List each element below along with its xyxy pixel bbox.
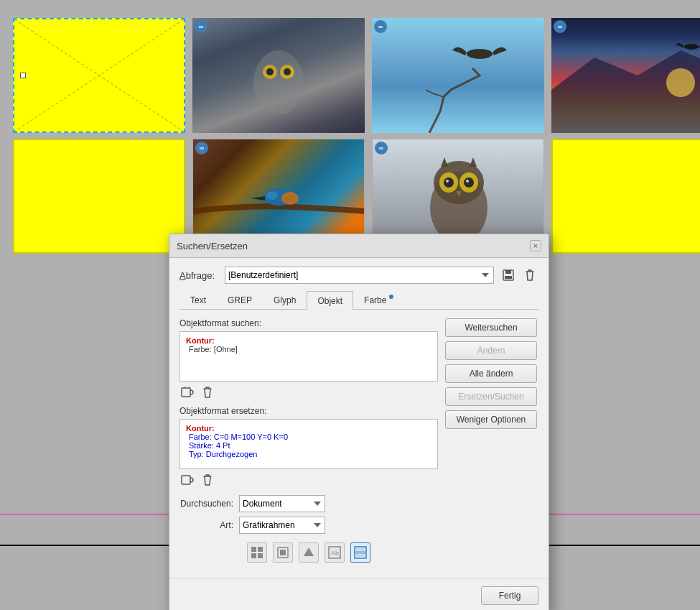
suchen-format-clear-button[interactable] — [200, 384, 215, 400]
svg-rect-22 — [505, 270, 511, 274]
ersetzen-format-clear-button[interactable] — [200, 472, 215, 488]
tab-farbe[interactable]: Farbe — [353, 291, 397, 309]
eagle-photo — [372, 18, 544, 133]
svg-rect-23 — [505, 276, 512, 279]
ersetzen-format-choose-button[interactable] — [179, 472, 195, 488]
owl-gray-photo — [192, 18, 365, 133]
weniger-optionen-button[interactable]: Weniger Optionen — [445, 410, 537, 429]
search-replace-dialog: Suchen/Ersetzen × Abfrage: [Benutzerdefi… — [169, 234, 549, 610]
dialog-titlebar: Suchen/Ersetzen × — [169, 234, 549, 258]
image-cell-5[interactable] — [13, 139, 185, 254]
abfrage-label: Abfrage: — [179, 270, 219, 281]
durchsuchen-select[interactable]: DokumentAuswahlGeschichte — [239, 495, 325, 512]
delete-query-button[interactable] — [521, 267, 538, 284]
tabs-row: Text GREP Glyph Objekt Farbe — [179, 291, 538, 310]
ersetzen-staerke-value: Stärke: 4 Pt — [186, 441, 431, 450]
art-select[interactable]: GrafikrahmenTextrahmenAlle Rahmen — [239, 517, 325, 534]
image-cell-2[interactable]: ∞ — [192, 18, 365, 133]
art-label: Art: — [179, 520, 233, 530]
bottom-icon-5[interactable] — [350, 542, 370, 563]
svg-point-7 — [467, 49, 493, 59]
ersetzen-label: Objektformat ersetzen: — [179, 406, 438, 416]
svg-point-5 — [266, 68, 274, 75]
ersetzen-typ-value: Typ: Durchgezogen — [186, 450, 431, 458]
svg-rect-37 — [355, 551, 366, 554]
tab-glyphe[interactable]: Glyph — [263, 291, 307, 309]
svg-rect-26 — [251, 547, 256, 552]
svg-point-2 — [253, 50, 304, 115]
image-cell-3[interactable]: ∞ — [372, 18, 544, 133]
suchen-format-box: Kontur: Farbe: [Ohne] — [179, 331, 438, 382]
bottom-icon-2[interactable] — [273, 542, 293, 563]
suchen-format-choose-button[interactable] — [179, 384, 195, 400]
suchen-kontur-title: Kontur: — [186, 336, 431, 345]
frame-handle[interactable] — [20, 73, 26, 78]
weitersuchen-button[interactable]: Weitersuchen — [445, 318, 537, 337]
tab-objekt[interactable]: Objekt — [307, 291, 353, 310]
save-query-button[interactable] — [500, 267, 517, 284]
svg-point-20 — [466, 180, 469, 182]
ersetzen-farbe-value: Farbe: C=0 M=100 Y=0 K=0 — [186, 433, 431, 441]
alle-aendern-button[interactable]: Alle ändern — [445, 364, 537, 383]
ersetzen-format-box: Kontur: Farbe: C=0 M=100 Y=0 K=0 Stärke:… — [179, 419, 438, 469]
bottom-icon-1[interactable] — [247, 542, 267, 563]
image-cell-4[interactable]: ∞ — [551, 18, 700, 133]
fertig-button[interactable]: Fertig — [481, 586, 538, 605]
sunset-photo — [551, 18, 700, 133]
link-icon-7: ∞ — [375, 142, 388, 154]
tab-text[interactable]: Text — [179, 291, 217, 309]
svg-rect-31 — [280, 550, 286, 555]
link-icon-4: ∞ — [554, 20, 566, 33]
ersetzen-kontur-title: Kontur: — [186, 424, 431, 433]
suchen-label: Objektformat suchen: — [179, 318, 438, 328]
svg-point-8 — [666, 68, 695, 97]
svg-marker-32 — [304, 547, 314, 556]
svg-text:Ab: Ab — [331, 550, 339, 557]
svg-rect-25 — [182, 476, 190, 484]
dialog-title: Suchen/Ersetzen — [177, 241, 248, 251]
bottom-icon-4[interactable]: Ab — [325, 542, 345, 563]
durchsuchen-label: Durchsuchen: — [179, 499, 233, 509]
suchen-farbe-value: Farbe: [Ohne] — [186, 345, 431, 353]
canvas-area: ∞ ∞ — [0, 0, 700, 610]
link-icon-6: ∞ — [195, 142, 208, 154]
image-cell-1[interactable] — [13, 18, 185, 133]
svg-point-9 — [684, 44, 699, 50]
svg-rect-29 — [258, 553, 263, 558]
svg-point-18 — [464, 177, 474, 188]
image-cell-8[interactable] — [551, 139, 700, 254]
svg-rect-24 — [182, 388, 190, 397]
svg-point-19 — [446, 180, 449, 182]
link-icon-3: ∞ — [374, 20, 387, 33]
svg-rect-28 — [251, 553, 256, 558]
ersetzen-suchen-button[interactable]: Ersetzen/Suchen — [445, 387, 537, 406]
dialog-close-button[interactable]: × — [530, 240, 541, 251]
aendern-button[interactable]: Ändern — [445, 341, 537, 360]
tab-grep[interactable]: GREP — [217, 291, 263, 309]
svg-point-6 — [284, 68, 291, 75]
svg-point-11 — [281, 192, 299, 205]
abfrage-select[interactable]: [Benutzerdefiniert]Gespeicherte Abfrage … — [225, 267, 494, 284]
bottom-icon-3[interactable] — [299, 542, 319, 563]
link-icon-2: ∞ — [195, 20, 207, 33]
svg-rect-27 — [258, 547, 263, 552]
svg-point-17 — [444, 177, 454, 188]
svg-point-12 — [266, 191, 278, 200]
